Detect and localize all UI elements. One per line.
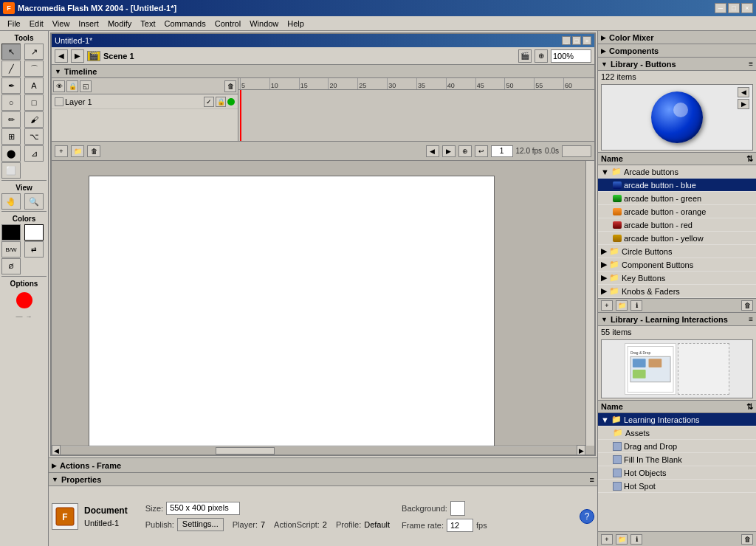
menu-commands[interactable]: Commands (159, 18, 210, 30)
menu-help[interactable]: Help (283, 18, 309, 30)
component-buttons-folder[interactable]: ▶ 📁 Component Buttons (598, 258, 756, 272)
layer-lock[interactable]: 🔒 (216, 97, 226, 107)
stage[interactable] (89, 176, 495, 455)
menu-modify[interactable]: Modify (103, 18, 136, 30)
maximize-button[interactable]: □ (728, 3, 740, 13)
library-options-icon[interactable]: ≡ (749, 60, 753, 68)
menu-text[interactable]: Text (136, 18, 159, 30)
circle-buttons-folder[interactable]: ▶ 📁 Circle Buttons (598, 245, 756, 258)
help-btn[interactable]: ? (580, 509, 594, 524)
ink-tool[interactable]: ⌥ (24, 128, 44, 145)
lib-item-arcade-yellow[interactable]: arcade button - yellow (598, 232, 756, 245)
li-item-assets[interactable]: 📁 Assets (598, 426, 756, 440)
delete-layer-btn2[interactable]: 🗑 (87, 145, 100, 157)
show-hide-all[interactable]: 👁 (53, 80, 65, 92)
scroll-right[interactable] (585, 161, 594, 446)
doc-close-btn[interactable]: × (583, 36, 591, 45)
menu-insert[interactable]: Insert (74, 18, 103, 30)
arrow-tool[interactable]: ↖ (1, 44, 21, 60)
knobs-faders-folder[interactable]: ▶ 📁 Knobs & Faders (598, 285, 756, 298)
eyedropper[interactable]: ⊿ (24, 145, 44, 162)
lib-next-btn[interactable]: ▶ (738, 99, 749, 109)
components-header[interactable]: ▶ Components (598, 44, 756, 58)
edit-symbol-btn[interactable]: ⊕ (535, 49, 548, 63)
li-item-drag[interactable]: Drag and Drop (598, 440, 756, 453)
add-layer-btn[interactable]: + (55, 145, 68, 157)
nav-back-btn[interactable]: ◀ (55, 49, 68, 63)
rect-tool[interactable]: □ (24, 94, 44, 111)
lib-prev-btn[interactable]: ◀ (738, 87, 749, 97)
transform-tool[interactable]: ⊞ (1, 128, 21, 145)
menu-file[interactable]: File (3, 18, 25, 30)
oval-tool[interactable]: ○ (1, 94, 21, 111)
prev-frame-btn[interactable]: ◀ (426, 145, 439, 157)
framerate-input[interactable] (447, 519, 473, 532)
actions-arrow[interactable]: ▶ (52, 462, 57, 469)
paint-bucket[interactable]: ⬤ (1, 145, 21, 162)
no-color-btn[interactable]: Ø (1, 258, 21, 274)
key-buttons-folder[interactable]: ▶ 📁 Key Buttons (598, 272, 756, 285)
arcade-buttons-folder[interactable]: ▼ 📁 Arcade buttons (598, 165, 756, 179)
outline-all[interactable]: ◱ (80, 80, 92, 92)
snap-magnet[interactable] (16, 292, 32, 308)
scroll-thumb-h[interactable] (216, 447, 275, 455)
lib-sort-icon[interactable]: ⇅ (746, 154, 753, 164)
color-mixer-header[interactable]: ▶ Color Mixer (598, 31, 756, 44)
add-folder-btn[interactable]: 📁 (71, 145, 84, 157)
minimize-button[interactable]: ─ (715, 3, 726, 13)
lib-item-arcade-orange[interactable]: arcade button - orange (598, 205, 756, 218)
nav-forward-btn[interactable]: ▶ (71, 49, 84, 63)
li-delete-btn[interactable]: 🗑 (741, 534, 753, 545)
lib-item-arcade-blue[interactable]: arcade button - blue (598, 179, 756, 192)
pen-tool[interactable]: ✒ (1, 77, 21, 94)
lib-properties-btn[interactable]: ℹ (630, 300, 642, 311)
li-item-hot-objects[interactable]: Hot Objects (598, 466, 756, 480)
zoom-tool[interactable]: 🔍 (24, 193, 44, 210)
lib-delete-btn[interactable]: 🗑 (741, 300, 753, 311)
menu-control[interactable]: Control (210, 18, 245, 30)
menu-view[interactable]: View (48, 18, 75, 30)
hand-tool[interactable]: 🤚 (1, 193, 21, 210)
eraser-tool[interactable]: ⬜ (1, 162, 21, 179)
bg-color-box[interactable] (450, 501, 465, 516)
frame-number-input[interactable] (491, 145, 513, 157)
library-interactions-header[interactable]: ▼ Library - Learning Interactions ≡ (598, 313, 756, 326)
subselect-tool[interactable]: ↗ (24, 44, 44, 60)
black-white-btn[interactable]: B/W (1, 241, 21, 258)
close-button[interactable]: × (741, 3, 753, 13)
brush-tool[interactable]: 🖌 (24, 111, 44, 128)
lock-all[interactable]: 🔒 (66, 80, 78, 92)
doc-restore-btn[interactable]: □ (572, 36, 581, 45)
doc-minimize-btn[interactable]: _ (562, 36, 571, 45)
li-info-btn[interactable]: ℹ (630, 534, 642, 545)
lib-new-symbol-btn[interactable]: + (601, 300, 613, 311)
swap-colors-btn[interactable]: ⇄ (24, 241, 44, 258)
edit-scene-btn[interactable]: 🎬 (518, 49, 532, 63)
delete-layer-btn[interactable]: 🗑 (224, 80, 236, 92)
lib-interactions-options-icon[interactable]: ≡ (749, 315, 753, 323)
next-frame-btn[interactable]: ▶ (442, 145, 456, 157)
lib-item-arcade-red[interactable]: arcade button - red (598, 218, 756, 232)
canvas-area[interactable]: ◀ ▶ (52, 161, 594, 455)
li-item-fill[interactable]: Fill In The Blank (598, 453, 756, 466)
play-btn[interactable]: ⊕ (458, 145, 472, 157)
menu-edit[interactable]: Edit (25, 18, 48, 30)
lib-item-arcade-green[interactable]: arcade button - green (598, 192, 756, 205)
scroll-track-h[interactable] (61, 447, 577, 455)
loop-btn[interactable]: ↩ (475, 145, 488, 157)
properties-options[interactable]: ≡ (590, 475, 594, 484)
menu-window[interactable]: Window (245, 18, 283, 30)
text-tool[interactable]: A (24, 77, 44, 94)
line-tool[interactable]: ╱ (1, 61, 21, 77)
scroll-right-btn[interactable]: ▶ (577, 445, 585, 455)
li-sort-icon[interactable]: ⇅ (746, 402, 753, 412)
scroll-left-btn[interactable]: ◀ (52, 445, 61, 455)
pencil-tool[interactable]: ✏ (1, 111, 21, 128)
learning-interactions-folder[interactable]: ▼ 📁 Learning Interactions (598, 413, 756, 426)
li-item-hot-spot[interactable]: Hot Spot (598, 480, 756, 493)
layer-visibility[interactable]: ✓ (204, 97, 214, 107)
li-new-btn[interactable]: + (601, 534, 613, 545)
frames-area[interactable] (238, 90, 594, 141)
zoom-input[interactable] (551, 49, 591, 63)
lib-new-folder-btn[interactable]: 📁 (616, 300, 628, 311)
